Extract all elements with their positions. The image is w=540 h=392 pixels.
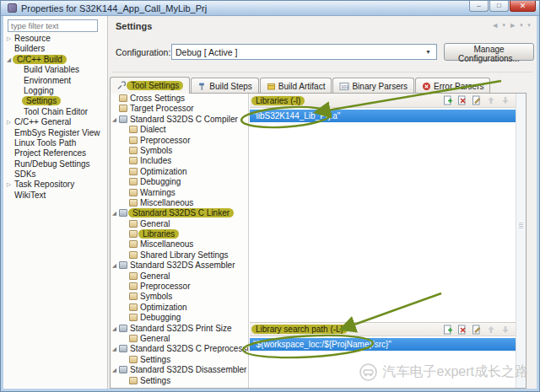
forward-icon[interactable]: ► — [509, 21, 516, 30]
tool-tree-item-optimization[interactable]: Optimization — [111, 167, 248, 177]
sidebar-item-environment[interactable]: Environment — [5, 76, 106, 86]
sidebar-item-label: Project References — [14, 148, 86, 158]
tool-tree-item-symbols[interactable]: Symbols — [111, 146, 248, 156]
settings-page-icon — [119, 94, 127, 102]
tool-tree-item-libraries[interactable]: Libraries — [111, 229, 248, 239]
wrench-icon — [116, 81, 126, 90]
tool-tree-item-settings[interactable]: Settings — [111, 355, 248, 365]
tool-tree-item-optimization[interactable]: Optimization — [111, 303, 248, 313]
add-icon[interactable] — [442, 324, 453, 335]
tool-tree-item-preprocessor[interactable]: Preprocessor — [111, 136, 248, 146]
tool-tree-item-general[interactable]: General — [111, 219, 248, 229]
sidebar-item-sdks[interactable]: SDKs — [5, 169, 106, 180]
tool-tree-item-standard-s32ds-c-preprocessor[interactable]: ◢Standard S32DS C Preprocessor — [111, 344, 248, 354]
tool-tree-item-includes[interactable]: Includes — [111, 156, 248, 166]
tool-tree-item-miscellaneous[interactable]: Miscellaneous — [111, 198, 248, 208]
tab-build-artifact[interactable]: Build Artifact — [260, 78, 332, 94]
twisty-icon[interactable]: ◢ — [112, 260, 119, 271]
sash-grip-icon[interactable] — [519, 222, 523, 229]
twisty-icon[interactable]: ◢ — [112, 115, 119, 125]
tool-tree-item-target-processor[interactable]: Target Processor — [111, 104, 248, 114]
sidebar-item-build-variables[interactable]: Build Variables — [5, 65, 106, 75]
view-menu-icon[interactable]: ▼ — [526, 23, 532, 28]
twisty-icon[interactable]: ▷ — [7, 117, 14, 127]
tool-tree-item-cross-settings[interactable]: Cross Settings — [111, 94, 248, 104]
tool-tree-item-standard-s32ds-assembler[interactable]: ◢Standard S32DS Assembler — [111, 260, 248, 271]
edit-icon[interactable] — [471, 324, 482, 335]
move-up-icon[interactable] — [485, 95, 496, 106]
settings-page-icon — [129, 137, 138, 144]
tool-tree-item-standard-s32ds-c-linker[interactable]: ◢Standard S32DS C Linker — [111, 208, 248, 218]
twisty-icon[interactable]: ◢ — [112, 344, 119, 354]
tab-error-parsers[interactable]: Error Parsers — [415, 78, 490, 94]
twisty-icon[interactable]: ▷ — [7, 34, 14, 44]
move-up-icon[interactable] — [485, 324, 496, 335]
twisty-icon[interactable]: ▷ — [7, 180, 14, 190]
tool-tree-item-dialect[interactable]: Dialect — [111, 125, 248, 135]
tool-tree-item-shared-library-settings[interactable]: Shared Library Settings — [111, 250, 248, 260]
edit-icon[interactable] — [471, 95, 482, 106]
sidebar-item-logging[interactable]: Logging — [5, 86, 106, 96]
move-down-icon[interactable] — [500, 324, 510, 335]
sidebar-item-tool-chain-editor[interactable]: Tool Chain Editor — [5, 107, 106, 117]
search-path-toolbar — [442, 324, 522, 335]
twisty-icon[interactable]: ◢ — [112, 365, 119, 375]
tab-label: Tool Settings — [127, 81, 183, 90]
tool-tree-item-standard-s32ds-disassembler[interactable]: ◢Standard S32DS Disassembler — [111, 365, 248, 375]
sidebar-item-c-c-general[interactable]: ▷C/C++ General — [5, 117, 106, 127]
sidebar-item-linux-tools-path[interactable]: Linux Tools Path — [5, 138, 106, 148]
move-down-icon[interactable] — [500, 95, 510, 106]
filter-input[interactable] — [8, 19, 98, 32]
minimize-button[interactable]: – — [469, 1, 489, 12]
back-icon[interactable]: ◄ — [491, 21, 499, 30]
tool-tree-item-standard-s32ds-c-compiler[interactable]: ◢Standard S32DS C Compiler — [111, 115, 248, 125]
sidebar-item-wikitext[interactable]: WikiText — [5, 191, 106, 201]
library-list-item[interactable]: "libS32K144_Lib_Prj.a" — [250, 110, 516, 122]
sidebar-item-c-c-build[interactable]: ◢C/C++ Build — [5, 55, 106, 65]
sidebar-item-run-debug-settings[interactable]: Run/Debug Settings — [5, 159, 106, 169]
tool-tree-item-debugging[interactable]: Debugging — [111, 313, 248, 323]
configuration-select[interactable]: Debug [ Active ] ▼ — [171, 44, 437, 60]
tool-tree-item-preprocessor[interactable]: Preprocessor — [111, 282, 248, 292]
search-path-list-item[interactable]: "${workspace_loc:/${ProjName}/src}" — [250, 338, 516, 351]
sidebar-item-resource[interactable]: ▷Resource — [5, 34, 106, 44]
tool-tree-item-label: General — [140, 271, 170, 281]
add-icon[interactable] — [442, 95, 453, 106]
tool-tree-item-label: Standard S32DS Print Size — [130, 324, 232, 333]
tab-binary-parsers[interactable]: 101Binary Parsers — [332, 78, 414, 94]
sidebar-item-settings[interactable]: Settings — [5, 96, 106, 106]
tab-build-steps[interactable]: Build Steps — [191, 78, 259, 94]
twisty-icon[interactable]: ◢ — [112, 324, 119, 334]
tool-tree-item-settings[interactable]: Settings — [111, 376, 248, 386]
tool-tree-item-general[interactable]: General — [111, 271, 248, 282]
scrollbar[interactable] — [516, 94, 526, 388]
tool-tree-item-general[interactable]: General — [111, 334, 248, 344]
tab-tool-settings[interactable]: Tool Settings — [110, 77, 190, 94]
tool-tree-item-warnings[interactable]: Warnings — [111, 188, 248, 198]
back-dropdown-icon[interactable]: ▼ — [501, 23, 506, 28]
forward-dropdown-icon[interactable]: ▼ — [519, 23, 524, 28]
delete-icon[interactable] — [456, 324, 467, 335]
delete-icon[interactable] — [456, 95, 467, 106]
watermark-text: 汽车电子expert成长之路 — [383, 363, 528, 381]
tool-tree-item-miscellaneous[interactable]: Miscellaneous — [111, 239, 248, 250]
tool-tree-item-standard-s32ds-print-size[interactable]: ◢Standard S32DS Print Size — [111, 324, 248, 334]
tool-tree-item-label: Standard S32DS Disassembler — [130, 365, 246, 374]
tool-tree-item-debugging[interactable]: Debugging — [111, 177, 248, 187]
settings-page-icon — [129, 157, 138, 164]
maximize-button[interactable]: □ — [489, 1, 509, 12]
sidebar-item-project-references[interactable]: Project References — [5, 148, 106, 158]
sidebar-item-builders[interactable]: Builders — [5, 44, 106, 54]
settings-page-icon — [119, 105, 127, 112]
tool-tree-item-label: Settings — [140, 376, 170, 385]
settings-page-icon — [129, 178, 138, 185]
sidebar-item-embsys-register-view[interactable]: EmbSys Register View — [5, 128, 106, 138]
manage-configurations-button[interactable]: Manage Configurations... — [444, 43, 534, 61]
vertical-divider[interactable] — [107, 16, 108, 389]
close-button[interactable]: ✕ — [510, 1, 536, 12]
sidebar-item-task-repository[interactable]: ▷Task Repository — [5, 180, 106, 190]
tool-tree-item-label: Symbols — [140, 146, 172, 155]
tool-tree-item-label: Miscellaneous — [140, 239, 193, 249]
tool-tree-item-symbols[interactable]: Symbols — [111, 292, 248, 302]
twisty-icon[interactable]: ◢ — [112, 208, 119, 218]
